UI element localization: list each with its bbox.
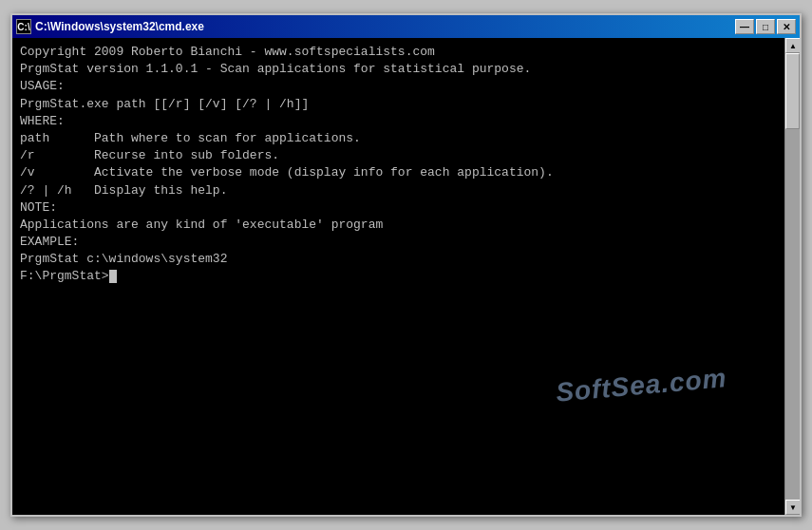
terminal-output[interactable]: Copyright 2009 Roberto Bianchi - www.sof…: [12, 38, 784, 515]
terminal-line: /v Activate the verbose mode (display in…: [20, 164, 777, 181]
maximize-button[interactable]: □: [756, 19, 775, 34]
terminal-line: F:\PrgmStat>: [20, 268, 777, 285]
terminal-line: EXAMPLE:: [20, 234, 777, 251]
scrollbar[interactable]: ▲ ▼: [784, 38, 800, 515]
scroll-thumb[interactable]: [785, 53, 800, 129]
terminal-line: USAGE:: [20, 78, 777, 95]
scroll-down-button[interactable]: ▼: [785, 500, 800, 515]
cmd-icon: C:\: [16, 19, 31, 34]
terminal-line: Applications are any kind of 'executable…: [20, 217, 777, 234]
terminal-line: path Path where to scan for applications…: [20, 130, 777, 147]
terminal-line: PrgmStat.exe path [[/r] [/v] [/? | /h]]: [20, 96, 777, 113]
title-bar-left: C:\ C:\Windows\system32\cmd.exe: [16, 19, 204, 34]
title-bar-controls: — □ ✕: [735, 19, 796, 34]
scroll-track[interactable]: [785, 53, 800, 500]
terminal-container: Copyright 2009 Roberto Bianchi - www.sof…: [12, 38, 784, 515]
terminal-line: WHERE:: [20, 113, 777, 130]
minimize-button[interactable]: —: [735, 19, 754, 34]
terminal-cursor: [109, 270, 117, 283]
cmd-window: C:\ C:\Windows\system32\cmd.exe — □ ✕ Co…: [10, 13, 802, 517]
terminal-line: NOTE:: [20, 199, 777, 217]
terminal-line: /r Recurse into sub folders.: [20, 147, 777, 164]
terminal-line: /? | /h Display this help.: [20, 182, 777, 199]
window-title: C:\Windows\system32\cmd.exe: [35, 20, 204, 33]
close-button[interactable]: ✕: [777, 19, 796, 34]
window-body: Copyright 2009 Roberto Bianchi - www.sof…: [12, 38, 800, 515]
scroll-up-button[interactable]: ▲: [785, 38, 800, 53]
terminal-line: PrgmStat c:\windows\system32: [20, 251, 777, 268]
terminal-line: Copyright 2009 Roberto Bianchi - www.sof…: [20, 44, 777, 61]
terminal-line: PrgmStat version 1.1.0.1 - Scan applicat…: [20, 61, 777, 78]
title-bar: C:\ C:\Windows\system32\cmd.exe — □ ✕: [12, 15, 800, 38]
